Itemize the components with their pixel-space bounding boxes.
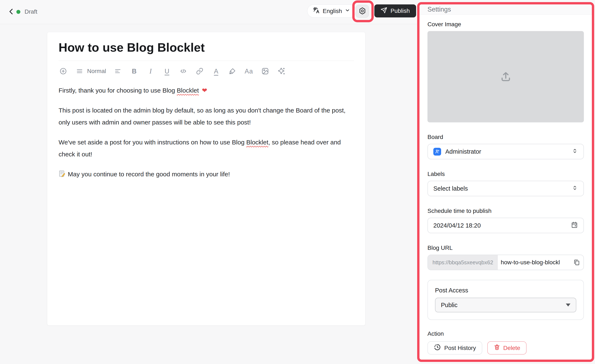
gear-icon (358, 7, 366, 15)
code-icon[interactable] (179, 67, 188, 76)
board-label: Board (427, 134, 584, 140)
title-divider (59, 61, 354, 61)
calendar-icon[interactable] (571, 221, 578, 230)
action-label: Action (427, 330, 584, 337)
format-toolbar: Normal B I U A Aa (59, 66, 354, 76)
blog-url-slug[interactable]: how-to-use-blog-blockl (498, 259, 573, 266)
post-access-select[interactable]: Public (435, 298, 576, 312)
schedule-input[interactable]: 2024/04/12 18:20 (427, 218, 584, 233)
status-dot-icon (16, 10, 20, 14)
ai-sparkles-icon[interactable] (277, 67, 286, 76)
settings-title: Settings (427, 6, 451, 13)
history-clock-icon (434, 344, 441, 352)
status-label: Draft (25, 8, 37, 15)
post-access-card: Post Access Public (427, 280, 584, 320)
red-heart-emoji: ❤ (202, 87, 207, 94)
labels-label: Labels (427, 171, 584, 177)
image-icon[interactable] (261, 67, 270, 76)
action-buttons: Post History Delete (427, 341, 584, 355)
editor-card: How to use Blog Blocklet Normal B I U (47, 32, 366, 326)
settings-panel-body: Cover Image Board Administrator Labels S… (419, 15, 592, 360)
paragraph-4: May you continue to record the good mome… (59, 168, 354, 180)
publish-button[interactable]: Publish (374, 4, 416, 17)
insert-plus-icon[interactable] (59, 67, 68, 76)
settings-panel-header: Settings (419, 4, 592, 15)
post-status: Draft (16, 6, 37, 18)
link-icon[interactable] (195, 67, 204, 76)
send-icon (381, 7, 387, 15)
publish-label: Publish (390, 7, 410, 14)
misspelled-word: Blocklet (177, 87, 199, 94)
translate-icon (313, 7, 320, 15)
copy-icon (573, 259, 580, 266)
post-access-label: Post Access (435, 287, 576, 294)
blog-url-prefix: https://bbqa5sxeevqbx62 (428, 255, 498, 270)
post-history-button[interactable]: Post History (427, 341, 482, 355)
post-access-value: Public (441, 302, 458, 308)
post-history-label: Post History (444, 345, 476, 351)
italic-icon[interactable]: I (146, 67, 155, 76)
paragraph-3: We've set aside a post for you with inst… (59, 136, 354, 160)
trash-icon (494, 344, 500, 352)
unfold-icon (572, 185, 578, 192)
language-selector[interactable]: English (307, 4, 356, 18)
underline-icon[interactable]: U (162, 67, 171, 76)
settings-panel-annotation: Settings Cover Image Board Administrator… (417, 2, 594, 362)
cover-image-label: Cover Image (427, 21, 584, 28)
schedule-value: 2024/04/12 18:20 (433, 222, 481, 229)
paragraph-2: This post is located on the admin blog b… (59, 104, 354, 128)
cover-image-upload[interactable] (427, 31, 584, 122)
passport-control-icon (433, 148, 441, 155)
board-select[interactable]: Administrator (427, 144, 584, 159)
triangle-down-icon (566, 304, 570, 307)
upload-icon (500, 70, 512, 83)
block-style-label: Normal (87, 68, 106, 75)
delete-button[interactable]: Delete (487, 341, 527, 355)
labels-placeholder: Select labels (433, 185, 468, 192)
blog-url-input[interactable]: https://bbqa5sxeevqbx62 how-to-use-blog-… (427, 255, 584, 270)
misspelled-word: Blocklet (246, 139, 268, 146)
typography-icon[interactable]: Aa (244, 67, 253, 76)
labels-select[interactable]: Select labels (427, 181, 584, 196)
board-value: Administrator (445, 148, 481, 155)
delete-label: Delete (503, 345, 520, 351)
editor-body[interactable]: Firstly, thank you for choosing to use B… (59, 84, 354, 180)
language-label: English (323, 8, 342, 14)
align-left-icon[interactable] (113, 67, 122, 76)
paragraph-style-icon[interactable] (75, 67, 84, 76)
unfold-icon (572, 148, 578, 155)
highlighter-icon[interactable] (228, 67, 237, 76)
text-color-icon[interactable]: A (212, 67, 221, 76)
post-title-input[interactable]: How to use Blog Blocklet (59, 40, 354, 55)
block-style-dropdown[interactable]: Normal (84, 67, 106, 76)
memo-emoji (59, 169, 66, 176)
paragraph-1: Firstly, thank you for choosing to use B… (59, 84, 354, 96)
chevron-left-icon (8, 8, 15, 16)
copy-url-button[interactable] (573, 259, 580, 266)
back-button[interactable] (6, 6, 17, 18)
blog-url-label: Blog URL (427, 245, 584, 251)
bold-icon[interactable]: B (129, 67, 139, 76)
settings-gear-button[interactable] (356, 5, 369, 18)
schedule-label: Schedule time to publish (427, 208, 584, 214)
chevron-down-icon (345, 7, 350, 14)
